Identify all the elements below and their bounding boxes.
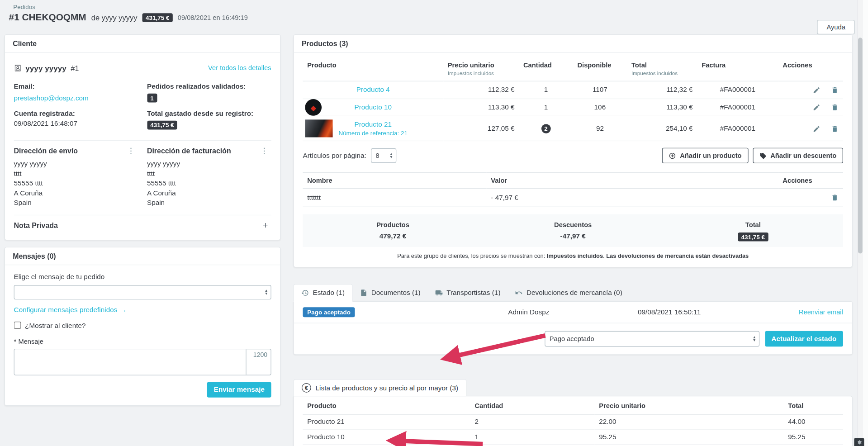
ws-qty-cell: 1: [470, 429, 595, 444]
col-product: Producto: [303, 60, 443, 81]
total-cell: 113,30 €: [627, 99, 697, 116]
edit-product-icon[interactable]: [812, 104, 820, 111]
delete-product-icon[interactable]: [831, 125, 839, 133]
email-label: Email:: [14, 82, 138, 90]
arrow-right-icon: →: [120, 306, 127, 313]
send-message-button[interactable]: Enviar mensaje: [207, 382, 271, 397]
message-textarea[interactable]: [14, 349, 246, 375]
edit-product-icon[interactable]: [812, 125, 820, 133]
show-to-customer-row: ¿Mostrar al cliente?: [14, 321, 271, 329]
view-details-link[interactable]: Ver todos los detalles: [208, 64, 271, 72]
grand-total-label: Total: [663, 221, 843, 228]
tab-wholesale-prices[interactable]: € Lista de productos y su precio al por …: [294, 379, 467, 396]
billing-address-line: Spain: [147, 198, 271, 208]
truck-icon: [435, 289, 442, 297]
resend-email-link[interactable]: Reenviar email: [799, 308, 843, 316]
order-header: #1 CHEKQOQMM de yyyy yyyyy 431,75 € 09/0…: [9, 12, 868, 23]
col-invoice: Factura: [697, 60, 778, 81]
delete-discount-icon[interactable]: [831, 194, 839, 201]
order-message-select[interactable]: ▴▾: [14, 285, 271, 299]
validated-orders-label: Pedidos realizados validados:: [147, 82, 271, 90]
ws-col-product: Producto: [303, 396, 470, 414]
col-unit-price: Precio unitario Impuestos incluidos: [443, 60, 519, 81]
history-icon: [301, 289, 309, 297]
chevron-updown-icon: ▴▾: [265, 289, 267, 295]
configure-messages-link[interactable]: Configurar mensajes predefinidos →: [14, 306, 127, 313]
ws-product-cell: Producto 4: [303, 444, 470, 446]
products-card-title: Productos (3): [294, 35, 852, 52]
delete-product-icon[interactable]: [831, 86, 839, 94]
help-button[interactable]: Ayuda: [817, 20, 855, 34]
unit-price-cell: 112,32 €: [443, 81, 519, 99]
order-date: 09/08/2021 en 16:49:19: [178, 14, 248, 22]
billing-address-line: A Coruña: [147, 189, 271, 198]
page: Pedidos #1 CHEKQOQMM de yyyy yyyyy 431,7…: [0, 0, 868, 446]
wholesale-section: € Lista de productos y su precio al por …: [294, 379, 853, 446]
billing-address-menu-icon[interactable]: ⋮: [257, 146, 271, 155]
product-link[interactable]: Producto 4: [356, 86, 390, 94]
billing-address-line: yyyy yyyyy: [147, 159, 271, 169]
customer-name: yyyy yyyyy: [25, 64, 66, 73]
col-actions: Acciones: [778, 60, 843, 81]
wholesale-row: Producto 4 1 75.00 75.00: [303, 444, 843, 446]
show-to-customer-checkbox[interactable]: [14, 322, 21, 329]
invoice-cell: #FA000001: [697, 116, 778, 141]
scrollbar-thumb[interactable]: [858, 38, 863, 253]
order-status-badge: Pago aceptado: [303, 307, 355, 317]
available-cell: 106: [573, 99, 627, 116]
edit-product-icon[interactable]: [812, 86, 820, 94]
status-card: Pago aceptado Admin Dospz 09/08/2021 16:…: [294, 301, 853, 355]
order-totals-summary: Productos 479,72 € Descuentos -47,97 € T…: [303, 214, 843, 247]
shipping-address-menu-icon[interactable]: ⋮: [124, 146, 138, 155]
shipping-address-line: tttt: [14, 169, 138, 179]
tab-merchandise-returns[interactable]: Devoluciones de mercancía (0): [508, 285, 629, 301]
euro-icon: €: [302, 383, 311, 393]
col-available: Disponible: [573, 60, 627, 81]
discounts-total-value: -47,97 €: [483, 232, 663, 240]
shipping-address-line: yyyy yyyyy: [14, 159, 138, 169]
discount-value-cell: - 47,97 €: [487, 189, 778, 206]
order-tabs: Estado (1) Documentos (1) Transportistas…: [294, 284, 853, 301]
discount-tag-icon: [759, 152, 767, 159]
circle-plus-icon: [669, 152, 676, 159]
add-discount-button[interactable]: Añadir un descuento: [753, 148, 843, 163]
ws-product-cell: Producto 10: [303, 429, 470, 444]
tab-documents[interactable]: Documentos (1): [352, 285, 427, 301]
update-status-button[interactable]: Actualizar el estado: [765, 331, 843, 346]
customer-email-link[interactable]: prestashop@dospz.com: [14, 94, 89, 102]
tab-carriers[interactable]: Transportistas (1): [428, 285, 508, 301]
document-icon: [360, 289, 367, 297]
items-per-page-select[interactable]: 8 ▴▾: [371, 148, 396, 163]
product-thumbnail: [305, 120, 332, 138]
ws-total-cell: 75.00: [783, 444, 843, 446]
tax-included-note: Impuestos incluidos: [448, 70, 515, 76]
ws-col-unit-price: Precio unitario: [594, 396, 783, 414]
quantity-cell: 1: [519, 81, 573, 99]
product-link[interactable]: Producto 21: [354, 121, 392, 128]
delete-product-icon[interactable]: [831, 104, 839, 111]
wholesale-row: Producto 21 2 22.00 44.00: [303, 414, 843, 429]
shipping-address-line: 55555 tttt: [14, 179, 138, 188]
add-note-icon[interactable]: +: [260, 221, 271, 231]
account-registered-date: 09/08/2021 16:48:07: [14, 119, 138, 127]
scrollbar-track[interactable]: [857, 0, 863, 446]
discounts-total-label: Descuentos: [483, 221, 663, 228]
product-thumbnail: ◆: [305, 99, 322, 116]
product-link[interactable]: Producto 10: [354, 104, 392, 111]
return-arrow-icon: [515, 289, 522, 297]
gear-icon: [856, 439, 862, 445]
breadcrumb[interactable]: Pedidos: [0, 0, 868, 10]
order-status-select[interactable]: Pago aceptado ▴▾: [545, 331, 759, 346]
product-thumbnail: [305, 81, 324, 98]
debug-toggle[interactable]: [854, 438, 864, 446]
ws-col-total: Total: [783, 396, 843, 414]
total-cell: 112,32 €: [627, 81, 697, 99]
private-note-title: Nota Privada: [14, 222, 58, 230]
customer-card: Cliente yyyy yyyyy #1 Ver todos los deta…: [5, 34, 281, 240]
items-per-page-label: Artículos por página:: [303, 152, 366, 160]
add-product-button[interactable]: Añadir un producto: [662, 148, 748, 163]
tab-status[interactable]: Estado (1): [294, 284, 353, 302]
ws-total-cell: 95.25: [783, 429, 843, 444]
col-discount-actions: Acciones: [778, 173, 843, 189]
messages-card-title: Mensajes (0): [5, 247, 280, 265]
